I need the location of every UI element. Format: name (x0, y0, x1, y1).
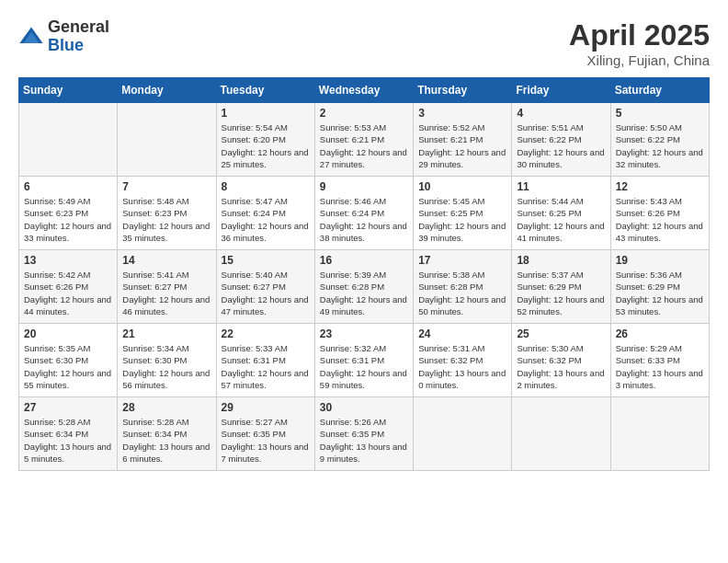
calendar-cell: 7Sunrise: 5:48 AMSunset: 6:23 PMDaylight… (118, 177, 216, 250)
location-title: Xiling, Fujian, China (569, 52, 710, 68)
day-header-wednesday: Wednesday (314, 78, 413, 103)
calendar-cell: 2Sunrise: 5:53 AMSunset: 6:21 PMDaylight… (314, 103, 413, 177)
day-number: 30 (320, 401, 408, 414)
calendar-cell (118, 103, 216, 177)
day-number: 11 (517, 180, 605, 193)
day-number: 14 (122, 254, 210, 267)
calendar-cell: 13Sunrise: 5:42 AMSunset: 6:26 PMDayligh… (19, 250, 118, 324)
day-number: 16 (320, 254, 408, 267)
calendar-cell: 5Sunrise: 5:50 AMSunset: 6:22 PMDaylight… (610, 103, 709, 177)
page-header: General Blue April 2025 Xiling, Fujian, … (18, 18, 710, 68)
calendar-week-row: 20Sunrise: 5:35 AMSunset: 6:30 PMDayligh… (19, 324, 710, 397)
calendar-cell: 27Sunrise: 5:28 AMSunset: 6:34 PMDayligh… (19, 397, 118, 471)
calendar-table: SundayMondayTuesdayWednesdayThursdayFrid… (18, 77, 710, 471)
day-header-tuesday: Tuesday (216, 78, 314, 103)
calendar-cell: 23Sunrise: 5:32 AMSunset: 6:31 PMDayligh… (314, 324, 413, 397)
cell-content: Sunrise: 5:29 AMSunset: 6:33 PMDaylight:… (616, 342, 704, 391)
calendar-cell: 26Sunrise: 5:29 AMSunset: 6:33 PMDayligh… (610, 324, 709, 397)
day-number: 24 (418, 327, 506, 340)
cell-content: Sunrise: 5:48 AMSunset: 6:23 PMDaylight:… (122, 195, 210, 244)
calendar-cell: 9Sunrise: 5:46 AMSunset: 6:24 PMDaylight… (314, 177, 413, 250)
logo-blue: Blue (48, 37, 109, 55)
day-header-saturday: Saturday (610, 78, 709, 103)
day-number: 17 (418, 254, 506, 267)
calendar-cell: 19Sunrise: 5:36 AMSunset: 6:29 PMDayligh… (610, 250, 709, 324)
day-number: 22 (222, 327, 310, 340)
day-number: 8 (222, 180, 310, 193)
day-number: 25 (517, 327, 605, 340)
logo-icon (18, 24, 44, 50)
cell-content: Sunrise: 5:50 AMSunset: 6:22 PMDaylight:… (616, 121, 704, 170)
calendar-cell: 20Sunrise: 5:35 AMSunset: 6:30 PMDayligh… (19, 324, 118, 397)
cell-content: Sunrise: 5:41 AMSunset: 6:27 PMDaylight:… (122, 269, 210, 317)
day-header-sunday: Sunday (19, 78, 118, 103)
calendar-header-row: SundayMondayTuesdayWednesdayThursdayFrid… (19, 78, 710, 103)
day-number: 13 (24, 254, 112, 267)
calendar-cell: 28Sunrise: 5:28 AMSunset: 6:34 PMDayligh… (118, 397, 216, 471)
calendar-cell: 18Sunrise: 5:37 AMSunset: 6:29 PMDayligh… (512, 250, 610, 324)
day-number: 1 (222, 107, 310, 120)
cell-content: Sunrise: 5:31 AMSunset: 6:32 PMDaylight:… (418, 342, 506, 391)
calendar-cell: 17Sunrise: 5:38 AMSunset: 6:28 PMDayligh… (414, 250, 512, 324)
cell-content: Sunrise: 5:54 AMSunset: 6:20 PMDaylight:… (222, 121, 310, 170)
calendar-cell: 14Sunrise: 5:41 AMSunset: 6:27 PMDayligh… (118, 250, 216, 324)
day-number: 19 (616, 254, 704, 267)
calendar-cell: 6Sunrise: 5:49 AMSunset: 6:23 PMDaylight… (19, 177, 118, 250)
cell-content: Sunrise: 5:47 AMSunset: 6:24 PMDaylight:… (222, 195, 310, 244)
calendar-cell: 10Sunrise: 5:45 AMSunset: 6:25 PMDayligh… (414, 177, 512, 250)
calendar-cell: 15Sunrise: 5:40 AMSunset: 6:27 PMDayligh… (216, 250, 314, 324)
cell-content: Sunrise: 5:34 AMSunset: 6:30 PMDaylight:… (122, 342, 210, 391)
calendar-cell: 11Sunrise: 5:44 AMSunset: 6:25 PMDayligh… (512, 177, 610, 250)
cell-content: Sunrise: 5:52 AMSunset: 6:21 PMDaylight:… (418, 121, 506, 170)
calendar-week-row: 13Sunrise: 5:42 AMSunset: 6:26 PMDayligh… (19, 250, 710, 324)
day-number: 7 (122, 180, 210, 193)
cell-content: Sunrise: 5:32 AMSunset: 6:31 PMDaylight:… (320, 342, 408, 391)
calendar-cell: 29Sunrise: 5:27 AMSunset: 6:35 PMDayligh… (216, 397, 314, 471)
day-number: 6 (24, 180, 112, 193)
calendar-cell: 24Sunrise: 5:31 AMSunset: 6:32 PMDayligh… (414, 324, 512, 397)
logo-text: General Blue (48, 18, 109, 55)
day-number: 2 (320, 107, 408, 120)
day-number: 29 (222, 401, 310, 414)
cell-content: Sunrise: 5:42 AMSunset: 6:26 PMDaylight:… (24, 269, 112, 317)
cell-content: Sunrise: 5:27 AMSunset: 6:35 PMDaylight:… (222, 416, 310, 465)
calendar-cell: 21Sunrise: 5:34 AMSunset: 6:30 PMDayligh… (118, 324, 216, 397)
cell-content: Sunrise: 5:30 AMSunset: 6:32 PMDaylight:… (517, 342, 605, 391)
cell-content: Sunrise: 5:35 AMSunset: 6:30 PMDaylight:… (24, 342, 112, 391)
calendar-cell: 4Sunrise: 5:51 AMSunset: 6:22 PMDaylight… (512, 103, 610, 177)
day-number: 5 (616, 107, 704, 120)
day-number: 12 (616, 180, 704, 193)
cell-content: Sunrise: 5:49 AMSunset: 6:23 PMDaylight:… (24, 195, 112, 244)
calendar-week-row: 1Sunrise: 5:54 AMSunset: 6:20 PMDaylight… (19, 103, 710, 177)
calendar-cell (512, 397, 610, 471)
calendar-cell (19, 103, 118, 177)
calendar-cell (414, 397, 512, 471)
day-header-monday: Monday (118, 78, 216, 103)
day-number: 10 (418, 180, 506, 193)
cell-content: Sunrise: 5:51 AMSunset: 6:22 PMDaylight:… (517, 121, 605, 170)
cell-content: Sunrise: 5:26 AMSunset: 6:35 PMDaylight:… (320, 416, 408, 465)
calendar-cell: 8Sunrise: 5:47 AMSunset: 6:24 PMDaylight… (216, 177, 314, 250)
day-number: 3 (418, 107, 506, 120)
cell-content: Sunrise: 5:38 AMSunset: 6:28 PMDaylight:… (418, 269, 506, 317)
cell-content: Sunrise: 5:39 AMSunset: 6:28 PMDaylight:… (320, 269, 408, 317)
calendar-cell (610, 397, 709, 471)
day-header-thursday: Thursday (414, 78, 512, 103)
day-number: 26 (616, 327, 704, 340)
cell-content: Sunrise: 5:43 AMSunset: 6:26 PMDaylight:… (616, 195, 704, 244)
calendar-cell: 22Sunrise: 5:33 AMSunset: 6:31 PMDayligh… (216, 324, 314, 397)
cell-content: Sunrise: 5:28 AMSunset: 6:34 PMDaylight:… (122, 416, 210, 465)
cell-content: Sunrise: 5:36 AMSunset: 6:29 PMDaylight:… (616, 269, 704, 317)
title-block: April 2025 Xiling, Fujian, China (569, 18, 710, 68)
logo: General Blue (18, 18, 109, 55)
cell-content: Sunrise: 5:28 AMSunset: 6:34 PMDaylight:… (24, 416, 112, 465)
cell-content: Sunrise: 5:33 AMSunset: 6:31 PMDaylight:… (222, 342, 310, 391)
calendar-cell: 25Sunrise: 5:30 AMSunset: 6:32 PMDayligh… (512, 324, 610, 397)
day-header-friday: Friday (512, 78, 610, 103)
day-number: 27 (24, 401, 112, 414)
cell-content: Sunrise: 5:53 AMSunset: 6:21 PMDaylight:… (320, 121, 408, 170)
day-number: 20 (24, 327, 112, 340)
day-number: 18 (517, 254, 605, 267)
month-title: April 2025 (569, 18, 710, 52)
calendar-cell: 30Sunrise: 5:26 AMSunset: 6:35 PMDayligh… (314, 397, 413, 471)
